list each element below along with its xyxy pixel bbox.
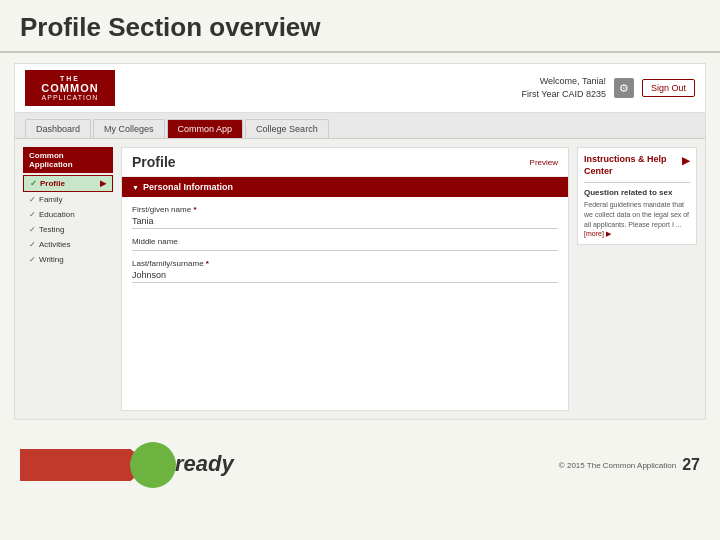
form-area: First/given name * Tania Middle name Las… xyxy=(122,197,568,299)
copyright-area: © 2015 The Common Application 27 xyxy=(559,456,700,474)
lastname-required: * xyxy=(206,259,209,268)
sidebar-title: Common Application xyxy=(23,147,113,173)
preview-link[interactable]: Preview xyxy=(530,158,558,167)
profile-header: Profile Preview xyxy=(122,148,568,177)
welcome-text: Welcome, Tania! First Year CAID 8235 xyxy=(521,75,606,100)
welcome-line1: Welcome, Tania! xyxy=(521,75,606,88)
check-icon-testing: ✓ xyxy=(29,225,36,234)
logo-application-text: APPLICATION xyxy=(42,94,99,101)
firstname-required: * xyxy=(193,205,196,214)
sidebar-item-activities[interactable]: ✓ Activities xyxy=(23,237,113,252)
lastname-label: Last/family/surname * xyxy=(132,259,558,268)
sidebar: Common Application ✓ Profile ▶ ✓ Family … xyxy=(23,147,113,411)
help-question-title: Question related to sex xyxy=(584,188,690,197)
sidebar-label-activities: Activities xyxy=(39,240,71,249)
welcome-line2: First Year CAID 8235 xyxy=(521,88,606,101)
lastname-field: Last/family/surname * Johnson xyxy=(132,259,558,283)
check-icon-profile: ✓ xyxy=(30,179,37,188)
help-box: Instructions & Help Center ▶ Question re… xyxy=(577,147,697,245)
firstname-value[interactable]: Tania xyxy=(132,216,558,229)
middlename-label: Middle name xyxy=(132,237,558,246)
middlename-field: Middle name xyxy=(132,237,558,251)
main-content: Profile Preview Personal Information Fir… xyxy=(121,147,569,411)
help-divider xyxy=(584,182,690,183)
nav-tabs: Dashboard My Colleges Common App College… xyxy=(15,113,705,139)
sidebar-item-profile[interactable]: ✓ Profile ▶ xyxy=(23,175,113,192)
mockup-content: Common Application ✓ Profile ▶ ✓ Family … xyxy=(15,139,705,419)
personal-info-label: Personal Information xyxy=(143,182,233,192)
check-icon-writing: ✓ xyxy=(29,255,36,264)
check-icon-family: ✓ xyxy=(29,195,36,204)
tab-collegesearch[interactable]: College Search xyxy=(245,119,329,138)
copyright-text: © 2015 The Common Application xyxy=(559,461,676,470)
logo-the-text: THE xyxy=(60,75,80,82)
sidebar-item-education[interactable]: ✓ Education xyxy=(23,207,113,222)
signout-button[interactable]: Sign Out xyxy=(642,79,695,97)
help-title-text: Instructions & Help Center xyxy=(584,154,679,177)
mockup-container: THE COMMON APPLICATION Welcome, Tania! F… xyxy=(14,63,706,420)
app-logo: THE COMMON APPLICATION xyxy=(25,70,115,106)
middlename-value[interactable] xyxy=(132,248,558,251)
help-question-text: Federal guidelines mandate that we colle… xyxy=(584,200,690,229)
sidebar-label-family: Family xyxy=(39,195,63,204)
header-right: Welcome, Tania! First Year CAID 8235 ⚙ S… xyxy=(521,75,695,100)
personal-info-header: Personal Information xyxy=(122,177,568,197)
firstname-field: First/given name * Tania xyxy=(132,205,558,229)
sidebar-item-family[interactable]: ✓ Family xyxy=(23,192,113,207)
sidebar-label-testing: Testing xyxy=(39,225,64,234)
sidebar-label-profile: Profile xyxy=(40,179,65,188)
check-icon-activities: ✓ xyxy=(29,240,36,249)
tab-mycolleges[interactable]: My Colleges xyxy=(93,119,165,138)
page-number: 27 xyxy=(682,456,700,474)
help-arrow-icon: ▶ xyxy=(682,154,690,167)
profile-section-title: Profile xyxy=(132,154,176,170)
sidebar-item-writing[interactable]: ✓ Writing xyxy=(23,252,113,267)
sidebar-item-testing[interactable]: ✓ Testing xyxy=(23,222,113,237)
right-panel: Instructions & Help Center ▶ Question re… xyxy=(577,147,697,411)
tab-dashboard[interactable]: Dashboard xyxy=(25,119,91,138)
page-title: Profile Section overview xyxy=(20,12,700,43)
arrow-shape xyxy=(20,440,180,490)
tab-commonapp[interactable]: Common App xyxy=(167,119,244,138)
mockup-header: THE COMMON APPLICATION Welcome, Tania! F… xyxy=(15,64,705,113)
logo-common-text: COMMON xyxy=(41,82,98,94)
circle-logo xyxy=(130,442,176,488)
sidebar-label-education: Education xyxy=(39,210,75,219)
help-more-link[interactable]: [more] ▶ xyxy=(584,230,690,238)
help-title: Instructions & Help Center ▶ xyxy=(584,154,690,177)
ready-area: ready xyxy=(20,440,180,490)
check-icon-education: ✓ xyxy=(29,210,36,219)
lastname-value[interactable]: Johnson xyxy=(132,270,558,283)
ready-text: ready xyxy=(175,451,234,477)
arrow-icon-profile: ▶ xyxy=(100,179,106,188)
logo-area: THE COMMON APPLICATION xyxy=(25,70,115,106)
sidebar-label-writing: Writing xyxy=(39,255,64,264)
bottom-area: ready © 2015 The Common Application 27 xyxy=(0,430,720,500)
firstname-label: First/given name * xyxy=(132,205,558,214)
gear-button[interactable]: ⚙ xyxy=(614,78,634,98)
